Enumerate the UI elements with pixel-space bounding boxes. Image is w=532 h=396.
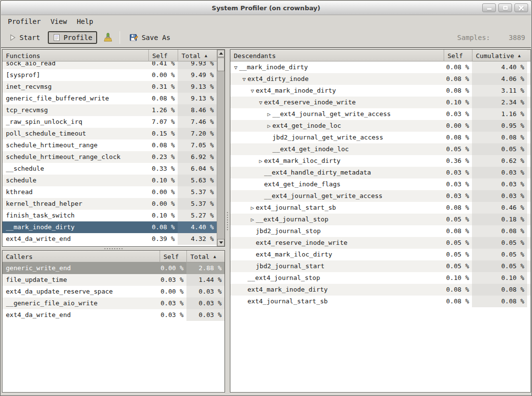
functions-column-header[interactable]: Functions bbox=[2, 50, 148, 61]
app-window: System Profiler (on crownbay) Profiler V… bbox=[0, 0, 532, 396]
expander-open-icon[interactable]: ▽ bbox=[257, 97, 264, 108]
tree-node-label: __ext4_get_inode_loc bbox=[272, 145, 349, 153]
table-row[interactable]: generic_write_end0.00 %2.88 % bbox=[2, 262, 225, 274]
table-row[interactable]: ext4_da_write_end0.03 %0.03 % bbox=[2, 309, 225, 321]
scroll-down-button[interactable] bbox=[217, 239, 225, 246]
tree-row[interactable]: ▽__mark_inode_dirty0.08 %4.40 % bbox=[230, 61, 531, 73]
tree-row[interactable]: __ext4_journal_stop0.10 %0.10 % bbox=[230, 272, 531, 284]
tree-row[interactable]: ▽ext4_reserve_inode_write0.10 %2.34 % bbox=[230, 97, 531, 108]
tree-indent bbox=[232, 174, 257, 175]
scroll-up-button[interactable] bbox=[217, 50, 225, 57]
table-row[interactable]: ext4_da_update_reserve_space0.00 %0.03 % bbox=[2, 286, 225, 297]
table-row[interactable]: __schedule0.33 %6.04 % bbox=[2, 163, 217, 175]
self-percent-cell: 0.00 % bbox=[148, 198, 178, 210]
cumulative-percent-cell: 0.03 % bbox=[472, 167, 527, 178]
total-column-header[interactable]: Total▲ bbox=[178, 50, 217, 61]
table-row[interactable]: finish_task_switch0.10 %5.27 % bbox=[2, 210, 217, 221]
expander-closed-icon[interactable]: ▷ bbox=[266, 109, 272, 120]
table-row[interactable]: file_update_time0.03 %1.44 % bbox=[2, 274, 225, 286]
tree-row[interactable]: ▷ext4_get_inode_loc0.00 %0.95 % bbox=[230, 120, 531, 132]
self-percent-cell: 0.08 % bbox=[148, 139, 178, 151]
tree-row[interactable]: ▷__ext4_journal_get_write_access0.03 %1.… bbox=[230, 108, 531, 120]
menu-profiler[interactable]: Profiler bbox=[3, 16, 45, 27]
tree-row[interactable]: ▷ext4_mark_iloc_dirty0.36 %0.62 % bbox=[230, 155, 531, 167]
tree-indent bbox=[232, 151, 266, 151]
table-row[interactable]: kernel_thread_helper0.00 %5.37 % bbox=[2, 198, 217, 210]
profile-toggle-button[interactable]: Profile bbox=[48, 31, 97, 44]
table-row[interactable]: inet_recvmsg0.31 %9.13 % bbox=[2, 81, 217, 93]
tree-row[interactable]: ▷__ext4_journal_stop0.05 %0.18 % bbox=[230, 214, 531, 225]
cumulative-percent-cell: 0.62 % bbox=[472, 155, 527, 167]
table-row[interactable]: kthread0.00 %5.37 % bbox=[2, 186, 217, 198]
tree-row[interactable]: ext4_mark_iloc_dirty0.05 %0.05 % bbox=[230, 249, 531, 260]
tree-row[interactable]: ext4_journal_start_sb0.08 %0.08 % bbox=[230, 296, 531, 307]
scrollbar-thumb[interactable] bbox=[217, 58, 225, 71]
expander-closed-icon[interactable]: ▷ bbox=[266, 120, 272, 132]
tree-row[interactable]: ext4_reserve_inode_write0.05 %0.05 % bbox=[230, 237, 531, 249]
descendants-column-header[interactable]: Descendants bbox=[230, 50, 444, 61]
table-row[interactable]: poll_schedule_timeout0.15 %7.20 % bbox=[2, 128, 217, 139]
expander-closed-icon[interactable]: ▷ bbox=[257, 156, 264, 167]
functions-scrollbar[interactable] bbox=[217, 50, 225, 246]
cumulative-column-header[interactable]: Cumulative▲ bbox=[472, 50, 527, 61]
titlebar[interactable]: System Profiler (on crownbay) bbox=[1, 1, 531, 15]
start-button[interactable]: Start bbox=[5, 32, 44, 43]
tree-node-label: ext4_get_inode_flags bbox=[264, 180, 341, 188]
samples-label: Samples: bbox=[457, 34, 490, 41]
tree-indent bbox=[232, 221, 249, 221]
total-percent-cell: 0.03 % bbox=[186, 286, 225, 297]
table-row[interactable]: sock_aio_read0.41 %9.93 % bbox=[2, 61, 217, 69]
table-row[interactable]: schedule_hrtimeout_range_clock0.23 %6.92… bbox=[2, 151, 217, 163]
expander-closed-icon[interactable]: ▷ bbox=[249, 214, 256, 225]
table-row[interactable]: tcp_recvmsg1.26 %8.46 % bbox=[2, 104, 217, 116]
table-row[interactable]: schedule0.10 %5.63 % bbox=[2, 175, 217, 186]
callers-column-header[interactable]: Callers bbox=[2, 251, 160, 262]
tree-row[interactable]: ▽ext4_dirty_inode0.08 %4.06 % bbox=[230, 73, 531, 85]
vertical-splitter[interactable] bbox=[225, 49, 230, 393]
self-percent-cell: 1.26 % bbox=[148, 104, 178, 116]
menu-help[interactable]: Help bbox=[72, 16, 98, 27]
tree-row[interactable]: jbd2_journal_start0.05 %0.05 % bbox=[230, 260, 531, 272]
reset-button[interactable] bbox=[101, 31, 115, 44]
table-row[interactable]: __generic_file_aio_write0.03 %0.03 % bbox=[2, 297, 225, 309]
tree-row[interactable]: jbd2_journal_get_write_access0.08 %0.08 … bbox=[230, 132, 531, 143]
menu-view[interactable]: View bbox=[45, 16, 72, 27]
close-button[interactable] bbox=[514, 3, 528, 12]
tree-row[interactable]: jbd2_journal_stop0.08 %0.08 % bbox=[230, 225, 531, 237]
splitter-dot bbox=[122, 248, 123, 249]
table-row[interactable]: [sysprof]0.00 %9.49 % bbox=[2, 69, 217, 81]
table-row[interactable]: _raw_spin_unlock_irq7.07 %7.46 % bbox=[2, 116, 217, 128]
table-row[interactable]: ext4_da_write_end0.39 %4.32 % bbox=[2, 233, 217, 245]
maximize-button[interactable] bbox=[498, 3, 512, 12]
self-percent-cell: 0.08 % bbox=[444, 61, 472, 73]
total-column-header[interactable]: Total▲ bbox=[186, 251, 225, 262]
expander-open-icon[interactable]: ▽ bbox=[232, 62, 239, 73]
expander-open-icon[interactable]: ▽ bbox=[249, 85, 256, 97]
table-row[interactable]: __mark_inode_dirty0.08 %4.40 % bbox=[2, 221, 217, 233]
tree-indent bbox=[232, 303, 241, 303]
horizontal-splitter[interactable] bbox=[2, 247, 225, 250]
expander-closed-icon[interactable]: ▷ bbox=[249, 202, 256, 214]
tree-row[interactable]: __ext4_handle_dirty_metadata0.03 %0.03 % bbox=[230, 167, 531, 178]
self-column-header[interactable]: Self bbox=[160, 251, 186, 262]
table-row[interactable]: schedule_hrtimeout_range0.08 %7.05 % bbox=[2, 139, 217, 151]
self-percent-cell: 0.10 % bbox=[444, 97, 472, 108]
tree-row[interactable]: __ext4_journal_get_write_access0.03 %0.0… bbox=[230, 190, 531, 202]
tree-row[interactable]: ▷ext4_journal_start_sb0.08 %0.46 % bbox=[230, 202, 531, 214]
minimize-button[interactable] bbox=[482, 3, 496, 12]
tree-node-label: ext4_mark_inode_dirty bbox=[247, 286, 327, 293]
tree-row[interactable]: __ext4_get_inode_loc0.05 %0.05 % bbox=[230, 143, 531, 155]
self-column-header[interactable]: Self bbox=[148, 50, 178, 61]
self-percent-cell: 0.08 % bbox=[444, 73, 472, 85]
self-percent-cell: 0.03 % bbox=[160, 297, 186, 309]
tree-row[interactable]: ext4_mark_inode_dirty0.08 %0.08 % bbox=[230, 284, 531, 296]
total-percent-cell: 5.37 % bbox=[178, 186, 217, 198]
save-as-button[interactable]: Save As bbox=[125, 31, 174, 44]
tree-indent bbox=[232, 162, 257, 163]
cumulative-percent-cell: 0.03 % bbox=[472, 190, 527, 202]
tree-row[interactable]: ▽ext4_mark_inode_dirty0.08 %3.11 % bbox=[230, 85, 531, 97]
table-row[interactable]: generic_file_buffered_write0.08 %9.13 % bbox=[2, 93, 217, 104]
self-column-header[interactable]: Self bbox=[444, 50, 472, 61]
expander-open-icon[interactable]: ▽ bbox=[241, 74, 247, 85]
tree-row[interactable]: ext4_get_inode_flags0.03 %0.03 % bbox=[230, 178, 531, 190]
